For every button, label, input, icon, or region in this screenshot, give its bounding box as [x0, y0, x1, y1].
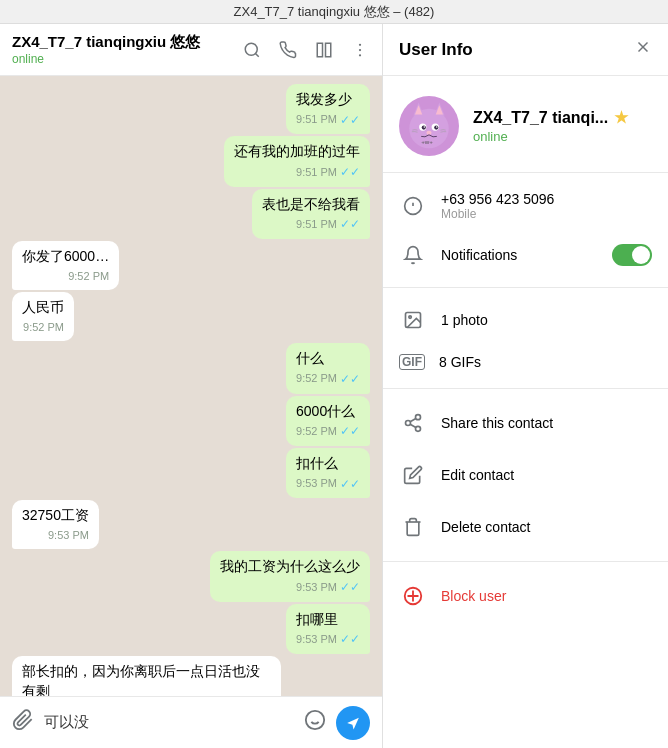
- notifications-toggle[interactable]: [612, 244, 652, 266]
- phone-row[interactable]: +63 956 423 5096 Mobile: [383, 181, 668, 231]
- share-contact-label: Share this contact: [441, 415, 553, 431]
- gif-icon: GIF: [399, 354, 425, 370]
- message-10: 我的工资为什么这么少 9:53 PM ✓✓: [210, 551, 370, 601]
- block-section: Block user: [383, 562, 668, 630]
- actions-section: Share this contact Edit contact: [383, 389, 668, 562]
- message-7: 6000什么 9:52 PM ✓✓: [286, 396, 370, 446]
- photos-row[interactable]: 1 photo: [383, 296, 668, 344]
- avatar-details: ZX4_T7_7 tianqi... ★ online: [473, 108, 652, 144]
- phone-number: +63 956 423 5096: [441, 191, 652, 207]
- photo-icon: [399, 306, 427, 334]
- attach-icon[interactable]: [12, 709, 34, 736]
- message-9: 32750工资 9:53 PM: [12, 500, 99, 549]
- avatar: +w+: [399, 96, 459, 156]
- message-11: 扣哪里 9:53 PM ✓✓: [286, 604, 370, 654]
- gifs-row[interactable]: GIF 8 GIFs: [383, 344, 668, 380]
- svg-point-22: [426, 131, 431, 135]
- app-container: ZX4_T7_7 tianqingxiu 悠悠 online: [0, 24, 668, 748]
- avatar-row: +w+ ZX4_T7_7 tianqi... ★ online: [399, 96, 652, 156]
- photos-content: 1 photo: [441, 312, 652, 328]
- svg-point-6: [306, 711, 324, 729]
- chat-input[interactable]: [44, 714, 294, 731]
- svg-point-20: [424, 126, 426, 128]
- phone-info-content: +63 956 423 5096 Mobile: [441, 191, 652, 221]
- columns-icon[interactable]: [314, 40, 334, 60]
- svg-line-32: [410, 424, 416, 427]
- send-button[interactable]: [336, 706, 370, 740]
- notifications-content: Notifications: [441, 247, 598, 263]
- svg-point-30: [406, 421, 411, 426]
- contact-online-status: online: [473, 129, 652, 144]
- bell-icon: [399, 241, 427, 269]
- delete-contact-row[interactable]: Delete contact: [383, 501, 668, 553]
- notifications-label: Notifications: [441, 247, 598, 263]
- message-3: 表也是不给我看 9:51 PM ✓✓: [252, 189, 370, 239]
- phone-section: +63 956 423 5096 Mobile Notifications: [383, 173, 668, 288]
- user-info-title: User Info: [399, 40, 634, 60]
- user-info-panel: User Info: [383, 24, 668, 748]
- svg-line-33: [410, 418, 416, 421]
- message-6: 什么 9:52 PM ✓✓: [286, 343, 370, 393]
- message-12: 部长扣的，因为你离职后一点日活也没有剩 9:53 PM: [12, 656, 281, 696]
- gifs-count: 8 GIFs: [439, 354, 652, 370]
- info-circle-icon: [399, 192, 427, 220]
- title-bar: ZX4_T7_7 tianqingxiu 悠悠 – (482): [0, 0, 668, 24]
- contact-display-name: ZX4_T7_7 tianqi... ★: [473, 108, 652, 127]
- chat-contact-name: ZX4_T7_7 tianqingxiu 悠悠: [12, 33, 242, 52]
- more-icon[interactable]: [350, 40, 370, 60]
- svg-point-5: [359, 54, 361, 56]
- avatar-section: +w+ ZX4_T7_7 tianqi... ★ online: [383, 76, 668, 173]
- photos-count: 1 photo: [441, 312, 652, 328]
- share-icon: [399, 409, 427, 437]
- edit-contact-row[interactable]: Edit contact: [383, 449, 668, 501]
- message-8: 扣什么 9:53 PM ✓✓: [286, 448, 370, 498]
- svg-point-29: [416, 415, 421, 420]
- title-bar-text: ZX4_T7_7 tianqingxiu 悠悠 – (482): [234, 4, 435, 19]
- svg-point-0: [245, 43, 257, 55]
- phone-label: Mobile: [441, 207, 652, 221]
- close-icon[interactable]: [634, 38, 652, 61]
- media-section: 1 photo GIF 8 GIFs: [383, 288, 668, 389]
- share-contact-row[interactable]: Share this contact: [383, 397, 668, 449]
- user-info-header: User Info: [383, 24, 668, 76]
- svg-point-28: [409, 316, 412, 319]
- notifications-row[interactable]: Notifications: [383, 231, 668, 279]
- phone-icon[interactable]: [278, 40, 298, 60]
- search-icon[interactable]: [242, 40, 262, 60]
- gifs-content: 8 GIFs: [439, 354, 652, 370]
- block-icon: [399, 582, 427, 610]
- chat-header-info: ZX4_T7_7 tianqingxiu 悠悠 online: [12, 33, 242, 66]
- star-icon: ★: [614, 108, 628, 127]
- trash-icon: [399, 513, 427, 541]
- header-icons: [242, 40, 370, 60]
- message-2: 还有我的加班的过年 9:51 PM ✓✓: [224, 136, 370, 186]
- edit-icon: [399, 461, 427, 489]
- chat-panel: ZX4_T7_7 tianqingxiu 悠悠 online: [0, 24, 383, 748]
- svg-rect-1: [317, 43, 322, 57]
- message-5: 人民币 9:52 PM: [12, 292, 74, 341]
- svg-rect-2: [326, 43, 331, 57]
- message-1: 我发多少 9:51 PM ✓✓: [286, 84, 370, 134]
- svg-text:+w+: +w+: [421, 138, 433, 145]
- chat-messages-area: 我发多少 9:51 PM ✓✓ 还有我的加班的过年 9:51 PM ✓✓ 表也是…: [0, 76, 382, 696]
- message-4: 你发了6000… 9:52 PM: [12, 241, 119, 290]
- svg-point-21: [436, 126, 438, 128]
- chat-header: ZX4_T7_7 tianqingxiu 悠悠 online: [0, 24, 382, 76]
- delete-contact-label: Delete contact: [441, 519, 531, 535]
- svg-point-31: [416, 426, 421, 431]
- svg-point-3: [359, 43, 361, 45]
- chat-contact-status: online: [12, 52, 242, 66]
- block-user-label: Block user: [441, 588, 506, 604]
- block-user-row[interactable]: Block user: [383, 570, 668, 622]
- edit-contact-label: Edit contact: [441, 467, 514, 483]
- svg-point-4: [359, 48, 361, 50]
- chat-input-area: [0, 696, 382, 748]
- emoji-icon[interactable]: [304, 709, 326, 736]
